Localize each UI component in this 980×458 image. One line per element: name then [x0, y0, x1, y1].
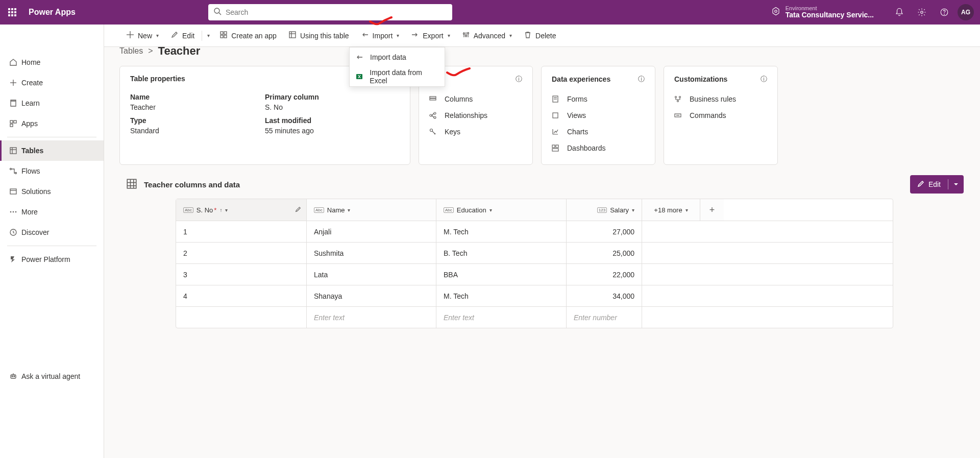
nav-solutions[interactable]: Solutions: [0, 181, 104, 202]
info-icon[interactable]: ⓘ: [761, 75, 767, 84]
charts-link[interactable]: Charts: [552, 124, 645, 140]
user-avatar[interactable]: AG: [958, 4, 974, 20]
cell-name[interactable]: Lata: [307, 264, 436, 285]
import-button[interactable]: Import ▾: [355, 25, 406, 47]
new-cell-sno[interactable]: [176, 307, 307, 328]
nav-home[interactable]: Home: [0, 52, 104, 73]
nav-home-label: Home: [21, 58, 40, 66]
svg-line-1: [219, 13, 221, 15]
add-column-button[interactable]: +: [700, 199, 724, 221]
app-launcher-button[interactable]: [0, 0, 24, 25]
business-rules-link[interactable]: Business rules: [674, 91, 767, 107]
cell-sno[interactable]: 1: [176, 221, 307, 242]
table-row[interactable]: 3LataBBA22,000: [176, 263, 893, 285]
import-data-item[interactable]: Import data: [350, 47, 445, 67]
commands-link[interactable]: Commands: [674, 107, 767, 124]
prop-primary-value: S. No: [265, 103, 400, 111]
cell-education[interactable]: M. Tech: [436, 221, 567, 242]
nav-separator: [7, 246, 96, 246]
nav-tables[interactable]: Tables: [0, 140, 104, 161]
cell-salary[interactable]: 22,000: [567, 264, 642, 285]
col-header-sno[interactable]: Abc S. No * ↑ ▾: [176, 199, 307, 221]
nav-flows[interactable]: Flows: [0, 161, 104, 181]
col-header-name-label: Name: [327, 206, 345, 214]
new-button[interactable]: New ▾: [120, 25, 165, 47]
schema-keys-link[interactable]: Keys: [429, 124, 522, 140]
delete-button[interactable]: Delete: [518, 25, 562, 47]
cell-sno[interactable]: 3: [176, 264, 307, 285]
nav-power-platform[interactable]: Power Platform: [0, 249, 104, 270]
import-excel-item[interactable]: Import data from Excel: [350, 67, 445, 86]
plus-icon: +: [709, 205, 715, 215]
chevron-down-icon: ▾: [156, 33, 159, 38]
cell-salary[interactable]: 25,000: [567, 243, 642, 263]
cell-name[interactable]: Sushmita: [307, 243, 436, 263]
cell-salary[interactable]: 34,000: [567, 285, 642, 306]
col-header-more[interactable]: +18 more▾: [642, 199, 700, 221]
nav-ask-agent[interactable]: Ask a virtual agent: [0, 366, 104, 387]
cell-sno[interactable]: 2: [176, 243, 307, 263]
table-row[interactable]: 4ShanayaM. Tech34,000: [176, 285, 893, 306]
dashboards-link[interactable]: Dashboards: [552, 140, 645, 156]
nav-learn[interactable]: Learn: [0, 93, 104, 113]
create-app-button[interactable]: Create an app: [214, 25, 283, 47]
brand-label[interactable]: Power Apps: [29, 8, 76, 17]
schema-columns-link[interactable]: Columns: [429, 91, 522, 107]
nav-create[interactable]: Create: [0, 73, 104, 93]
breadcrumb: Tables > Teacher: [119, 44, 965, 58]
chevron-down-icon: ▾: [509, 33, 512, 38]
edit-dropdown-button[interactable]: ▾: [203, 25, 214, 47]
col-header-name[interactable]: AbcName▾: [307, 199, 436, 221]
new-cell-education[interactable]: Enter text: [436, 307, 567, 328]
import-icon: [361, 31, 369, 40]
solutions-icon: [9, 187, 21, 196]
breadcrumb-parent[interactable]: Tables: [119, 46, 143, 56]
export-button[interactable]: Export ▾: [405, 25, 456, 47]
nav-power-platform-label: Power Platform: [21, 255, 70, 263]
schema-relationships-link[interactable]: Relationships: [429, 107, 522, 124]
customizations-card: Customizations ⓘ Business rules Commands: [664, 66, 778, 165]
plus-icon: [9, 79, 21, 87]
nav-discover[interactable]: Discover: [0, 222, 104, 243]
table-row[interactable]: 1AnjaliM. Tech27,000: [176, 221, 893, 242]
settings-button[interactable]: [911, 1, 933, 23]
notifications-button[interactable]: [888, 1, 911, 23]
info-icon[interactable]: ⓘ: [516, 75, 522, 84]
edit-column-icon[interactable]: [295, 206, 301, 214]
cell-sno[interactable]: 4: [176, 285, 307, 306]
using-table-label: Using this table: [300, 32, 349, 40]
pencil-icon: [171, 31, 178, 40]
help-button[interactable]: [933, 1, 955, 23]
col-header-salary[interactable]: 123Salary▾: [567, 199, 642, 221]
new-cell-name[interactable]: Enter text: [307, 307, 436, 328]
info-icon[interactable]: ⓘ: [638, 75, 645, 84]
cell-name[interactable]: Shanaya: [307, 285, 436, 306]
nav-create-label: Create: [21, 79, 43, 87]
app-icon: [220, 31, 227, 40]
views-link[interactable]: Views: [552, 107, 645, 124]
cell-education[interactable]: BBA: [436, 264, 567, 285]
edit-data-button[interactable]: Edit: [910, 175, 964, 194]
using-table-button[interactable]: Using this table: [283, 25, 355, 47]
table-row[interactable]: 2SushmitaB. Tech25,000: [176, 242, 893, 263]
svg-point-48: [434, 112, 436, 114]
cell-education[interactable]: M. Tech: [436, 285, 567, 306]
edit-button[interactable]: Edit: [165, 25, 201, 47]
search-input[interactable]: [226, 8, 447, 16]
cell-name[interactable]: Anjali: [307, 221, 436, 242]
edit-dropdown[interactable]: [948, 180, 964, 188]
relationships-icon: [429, 112, 438, 119]
cell-salary[interactable]: 27,000: [567, 221, 642, 242]
separator: [202, 31, 202, 41]
new-cell-salary[interactable]: Enter number: [567, 307, 642, 328]
col-header-education[interactable]: AbcEducation▾: [436, 199, 567, 221]
cell-education[interactable]: B. Tech: [436, 243, 567, 263]
environment-picker[interactable]: Environment Tata Consultancy Servic...: [771, 5, 874, 19]
nav-apps[interactable]: Apps: [0, 113, 104, 134]
search-icon: [213, 7, 222, 17]
forms-link[interactable]: Forms: [552, 91, 645, 107]
advanced-button[interactable]: Advanced ▾: [456, 25, 518, 47]
nav-more[interactable]: More: [0, 202, 104, 222]
new-row[interactable]: Enter text Enter text Enter number: [176, 306, 893, 328]
search-box[interactable]: [208, 4, 452, 20]
